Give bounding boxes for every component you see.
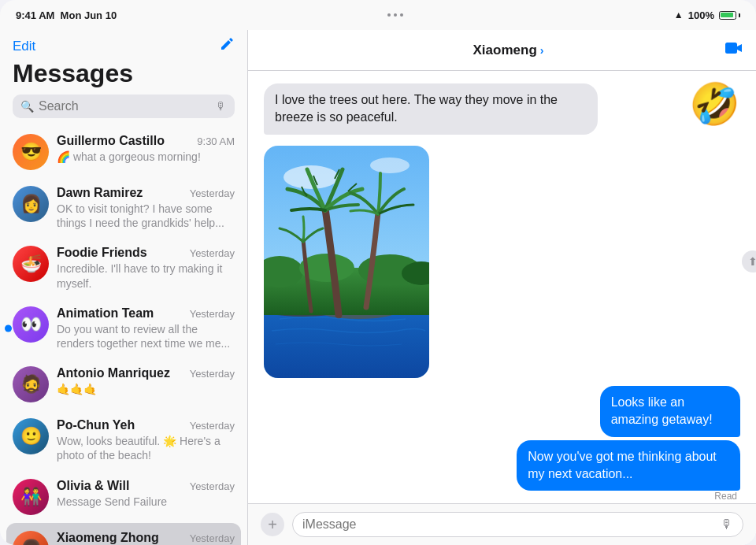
conv-info-animation: Animation Team Yesterday Do you want to … bbox=[57, 306, 235, 350]
search-icon: 🔍 bbox=[20, 100, 34, 113]
conv-preview-pochun: Wow, looks beautiful. 🌟 Here's a photo o… bbox=[57, 434, 235, 462]
conv-preview-olivia: Message Send Failure bbox=[57, 495, 235, 509]
avatar-animation: 👀 bbox=[13, 306, 49, 343]
avatar-pochun: 🙂 bbox=[13, 418, 49, 454]
conv-name-pochun: Po-Chun Yeh bbox=[57, 418, 135, 432]
conv-time-olivia: Yesterday bbox=[190, 480, 235, 492]
conv-header-olivia: Olivia & Will Yesterday bbox=[57, 479, 235, 493]
message-row-sent-1: Looks like an amazing getaway! bbox=[539, 386, 740, 437]
conv-time-pochun: Yesterday bbox=[190, 420, 235, 432]
edit-button[interactable]: Edit bbox=[13, 39, 35, 54]
conv-preview-animation: Do you want to review all the renders to… bbox=[57, 322, 235, 350]
conv-info-olivia: Olivia & Will Yesterday Message Send Fai… bbox=[57, 479, 235, 509]
add-attachment-button[interactable]: + bbox=[261, 513, 284, 536]
conversation-item-xiaomeng[interactable]: 👧 Xiaomeng Zhong Yesterday Now you've go… bbox=[6, 523, 241, 546]
conv-header-foodie: Foodie Friends Yesterday bbox=[57, 246, 235, 260]
emoji-reaction: 🤣 bbox=[689, 80, 740, 128]
chat-contact-name[interactable]: Xiaomeng › bbox=[473, 43, 544, 58]
conversation-list: 😎 Guillermo Castillo 9:30 AM 🌈 what a go… bbox=[0, 126, 247, 545]
sent-message-group: Looks like an amazing getaway! Now you'v… bbox=[264, 386, 740, 502]
status-bar: 9:41 AM Mon Jun 10 ▲ 100% bbox=[0, 0, 756, 30]
conv-preview-dawn: OK to visit tonight? I have some things … bbox=[57, 202, 235, 230]
status-dot-1 bbox=[387, 13, 391, 17]
video-call-button[interactable] bbox=[724, 40, 743, 60]
message-input[interactable] bbox=[302, 517, 714, 532]
sidebar-header: Edit bbox=[0, 30, 247, 56]
avatar-foodie: 🍜 bbox=[13, 246, 49, 282]
conv-time-guillermo: 9:30 AM bbox=[197, 135, 235, 147]
conv-header-antonio: Antonio Manriquez Yesterday bbox=[57, 366, 235, 380]
avatar-guillermo: 😎 bbox=[13, 134, 49, 170]
message-bubble-sent-2: Now you've got me thinking about my next… bbox=[517, 440, 740, 491]
avatar-antonio: 🧔 bbox=[13, 366, 49, 402]
sidebar: Edit Messages 🔍 🎙 😎 bbox=[0, 30, 248, 545]
search-bar[interactable]: 🔍 🎙 bbox=[13, 95, 235, 118]
chevron-right-icon: › bbox=[540, 44, 544, 57]
compose-button[interactable] bbox=[219, 36, 235, 56]
conv-name-antonio: Antonio Manriquez bbox=[57, 366, 170, 380]
conv-header-animation: Animation Team Yesterday bbox=[57, 306, 235, 321]
battery-percent: 100% bbox=[688, 9, 714, 21]
conv-name-foodie: Foodie Friends bbox=[57, 246, 147, 260]
conversation-item-olivia[interactable]: 👫 Olivia & Will Yesterday Message Send F… bbox=[0, 471, 247, 523]
ipad-frame: 9:41 AM Mon Jun 10 ▲ 100% Edit bbox=[0, 0, 756, 545]
conv-header-xiaomeng: Xiaomeng Zhong Yesterday bbox=[57, 531, 235, 545]
message-row-photo: ⬆ bbox=[264, 146, 740, 378]
conv-name-dawn: Dawn Ramirez bbox=[57, 186, 143, 200]
status-time: 9:41 AM Mon Jun 10 bbox=[16, 9, 117, 21]
photo-bubble[interactable] bbox=[264, 146, 429, 378]
svg-rect-0 bbox=[725, 43, 737, 54]
conv-preview-antonio: 🤙🤙🤙 bbox=[57, 382, 235, 396]
mic-message-icon[interactable]: 🎙 bbox=[721, 517, 733, 532]
conv-name-animation: Animation Team bbox=[57, 306, 154, 321]
message-bubble-sent-1: Looks like an amazing getaway! bbox=[600, 386, 740, 437]
conv-info-dawn: Dawn Ramirez Yesterday OK to visit tonig… bbox=[57, 186, 235, 230]
message-row-sent-2: Now you've got me thinking about my next… bbox=[421, 440, 740, 491]
message-bubble-received-text: I love the trees out here. The way they … bbox=[264, 83, 598, 135]
conv-info-foodie: Foodie Friends Yesterday Incredible. I'l… bbox=[57, 246, 235, 290]
avatar-olivia: 👫 bbox=[13, 479, 49, 515]
battery-body bbox=[719, 11, 736, 20]
message-input-wrap: 🎙 bbox=[292, 512, 743, 537]
chat-area: Xiaomeng › 🤣 I love the trees out here. … bbox=[248, 30, 756, 545]
conversation-item-guillermo[interactable]: 😎 Guillermo Castillo 9:30 AM 🌈 what a go… bbox=[0, 126, 247, 178]
chat-messages: 🤣 I love the trees out here. The way the… bbox=[248, 71, 756, 503]
mic-icon: 🎙 bbox=[216, 100, 227, 113]
conv-time-dawn: Yesterday bbox=[190, 187, 235, 199]
status-dot-3 bbox=[400, 13, 403, 17]
conv-time-foodie: Yesterday bbox=[190, 247, 235, 259]
sidebar-title: Messages bbox=[0, 56, 247, 95]
conversation-item-antonio[interactable]: 🧔 Antonio Manriquez Yesterday 🤙🤙🤙 bbox=[0, 358, 247, 410]
search-input[interactable] bbox=[39, 99, 211, 113]
avatar-dawn: 👩 bbox=[13, 186, 49, 222]
conv-name-xiaomeng: Xiaomeng Zhong bbox=[57, 531, 159, 545]
wifi-icon: ▲ bbox=[674, 9, 684, 20]
conv-preview-foodie: Incredible. I'll have to try making it m… bbox=[57, 261, 235, 290]
chat-header: Xiaomeng › bbox=[248, 30, 756, 71]
conversation-item-pochun[interactable]: 🙂 Po-Chun Yeh Yesterday Wow, looks beaut… bbox=[0, 410, 247, 470]
battery-fill bbox=[721, 13, 732, 17]
share-icon-overlay[interactable]: ⬆ bbox=[742, 250, 756, 272]
battery-container bbox=[719, 11, 740, 20]
conv-info-xiaomeng: Xiaomeng Zhong Yesterday Now you've got … bbox=[57, 531, 235, 546]
conversation-item-animation[interactable]: 👀 Animation Team Yesterday Do you want t… bbox=[0, 298, 247, 358]
conversation-item-dawn[interactable]: 👩 Dawn Ramirez Yesterday OK to visit ton… bbox=[0, 178, 247, 238]
conv-header-dawn: Dawn Ramirez Yesterday bbox=[57, 186, 235, 200]
conv-header-guillermo: Guillermo Castillo 9:30 AM bbox=[57, 134, 235, 148]
conv-time-antonio: Yesterday bbox=[190, 368, 235, 380]
avatar-xiaomeng: 👧 bbox=[13, 531, 49, 546]
main-content: Edit Messages 🔍 🎙 😎 bbox=[0, 30, 756, 545]
conv-time-xiaomeng: Yesterday bbox=[190, 532, 235, 544]
chat-input-area: + 🎙 bbox=[248, 503, 756, 545]
status-right: ▲ 100% bbox=[674, 9, 740, 21]
status-center bbox=[387, 13, 403, 17]
unread-dot bbox=[5, 324, 12, 332]
battery-cap bbox=[739, 13, 740, 17]
conv-info-pochun: Po-Chun Yeh Yesterday Wow, looks beautif… bbox=[57, 418, 235, 462]
read-label: Read bbox=[714, 491, 740, 502]
conversation-item-foodie[interactable]: 🍜 Foodie Friends Yesterday Incredible. I… bbox=[0, 238, 247, 298]
conv-name-guillermo: Guillermo Castillo bbox=[57, 134, 165, 148]
status-dot-2 bbox=[394, 13, 397, 17]
conv-preview-guillermo: 🌈 what a gorgeous morning! bbox=[57, 150, 235, 164]
conv-header-pochun: Po-Chun Yeh Yesterday bbox=[57, 418, 235, 432]
